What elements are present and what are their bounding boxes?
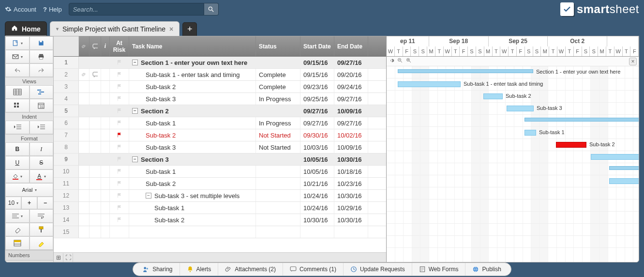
cell-info[interactable] [101,154,110,165]
help-link[interactable]: ? Help [43,6,62,13]
format-painter-button[interactable] [30,223,54,236]
cell-comment[interactable] [90,57,101,68]
col-attach[interactable] [79,36,90,56]
row-number[interactable]: 4 [54,93,79,105]
row-number[interactable]: 14 [54,214,79,226]
cell-end-date[interactable]: 10/23/16 [334,178,368,189]
row-number[interactable]: 3 [54,81,79,92]
cell-start-date[interactable]: 09/27/16 [300,105,334,117]
cell-attach[interactable] [79,190,90,201]
gantt-view-button[interactable] [30,85,54,99]
cell-status[interactable] [256,190,300,201]
cell-task[interactable]: Sub-task 1 [129,166,256,177]
cell-risk[interactable] [110,57,129,68]
expand-button[interactable]: ⛶ [63,253,73,262]
cell-comment[interactable] [90,202,101,214]
collapse-toggle[interactable]: − [132,156,138,162]
cell-task[interactable]: Sub-task 2 [129,129,256,141]
italic-button[interactable]: I [30,142,54,156]
cell-comment[interactable] [90,129,101,141]
cell-end-date[interactable]: 09/27/16 [334,117,368,129]
cell-comment[interactable] [90,166,101,177]
col-comment[interactable] [90,36,101,56]
font-increase-button[interactable]: + [21,197,37,209]
cell-info[interactable] [101,226,110,238]
tab-sheet[interactable]: ▾ Simple Project with Gantt Timeline × [50,21,180,36]
text-color-button[interactable]: A▾ [30,169,54,183]
col-start[interactable]: Start Date [300,36,334,56]
cell-info[interactable] [101,117,110,129]
cell-comment[interactable] [90,141,101,153]
table-row[interactable]: 1−Section 1 - enter your own text here09… [54,57,386,69]
cell-comment[interactable] [90,178,101,189]
cell-attach[interactable] [79,178,90,189]
cell-status[interactable]: Not Started [256,141,300,153]
cell-task[interactable]: −Section 1 - enter your own text here [129,57,256,68]
cell-comment[interactable] [90,69,101,80]
table-row[interactable]: 9−Section 310/05/1610/30/16 [54,154,386,166]
gantt-bar[interactable] [507,106,534,111]
cell-risk[interactable] [110,214,129,226]
cell-start-date[interactable]: 10/21/16 [300,178,334,189]
table-row[interactable]: 12−Sub-task 3 - set multiple levels10/24… [54,190,386,202]
gantt-bar[interactable] [524,130,536,136]
grid-view-button[interactable] [5,85,30,99]
calendar-view-button[interactable]: 31 [30,99,54,112]
col-status[interactable]: Status [256,36,300,56]
cell-status[interactable] [256,202,300,214]
grid-body[interactable]: 1−Section 1 - enter your own text here09… [54,57,386,252]
cell-attach[interactable] [79,81,90,92]
cell-task[interactable]: Sub-task 1 [129,202,256,214]
cell-info[interactable] [101,166,110,177]
wrap-button[interactable] [30,209,54,223]
cell-comment[interactable] [90,226,101,238]
fill-color-button[interactable]: ▾ [5,169,30,183]
cell-info[interactable] [101,69,110,80]
add-row-button[interactable]: ⊞ [54,253,63,262]
cell-task[interactable]: Sub-task 1 [129,117,256,129]
cell-end-date[interactable]: 10/29/16 [334,202,368,214]
cell-status[interactable] [256,154,300,165]
cell-comment[interactable] [90,93,101,105]
row-number[interactable]: 6 [54,117,79,129]
zoom-out-icon[interactable] [397,58,403,65]
gantt-bar[interactable] [483,93,503,99]
cell-start-date[interactable]: 09/30/16 [300,129,334,141]
table-row[interactable]: 2Sub-task 1 - enter task and timingCompl… [54,69,386,81]
sharing-button[interactable]: Sharing [136,263,179,276]
cell-status[interactable] [256,105,300,117]
cell-end-date[interactable]: 10/09/16 [334,141,368,153]
attachments-button[interactable]: Attachments (2) [218,263,283,276]
table-row[interactable]: 6Sub-task 1In Progress09/27/1609/27/16 [54,117,386,129]
tab-dropdown-icon[interactable]: ▾ [56,26,59,31]
cell-info[interactable] [101,178,110,189]
font-size-select[interactable]: 10▾ [5,197,21,209]
row-number[interactable]: 10 [54,166,79,177]
gantt-bar[interactable] [556,142,586,148]
cell-attach[interactable] [79,117,90,129]
highlight-button[interactable] [30,236,54,250]
row-number[interactable]: 2 [54,69,79,80]
cell-attach[interactable] [79,154,90,165]
cell-end-date[interactable]: 10/09/16 [334,105,368,117]
gantt-bar[interactable] [524,118,639,122]
row-number[interactable]: 11 [54,178,79,189]
tab-home[interactable]: Home [5,21,47,36]
bold-button[interactable]: B [5,142,30,156]
gantt-bar[interactable] [398,69,533,73]
cell-info[interactable] [101,214,110,226]
mail-button[interactable]: ▾ [5,50,30,63]
cell-attach[interactable] [79,202,90,214]
table-row[interactable]: 14Sub-task 210/30/1610/30/16 [54,214,386,226]
font-decrease-button[interactable]: − [37,197,53,209]
cell-info[interactable] [101,202,110,214]
table-row[interactable]: 7Sub-task 2Not Started09/30/1610/02/16 [54,129,386,141]
cell-end-date[interactable]: 10/02/16 [334,129,368,141]
cell-comment[interactable] [90,81,101,92]
row-number[interactable]: 7 [54,129,79,141]
cell-attach[interactable] [79,226,90,238]
col-info[interactable]: i [101,36,110,56]
cell-status[interactable] [256,226,300,238]
cell-task[interactable]: Sub-task 2 [129,214,256,226]
table-row[interactable]: 15 [54,226,386,238]
